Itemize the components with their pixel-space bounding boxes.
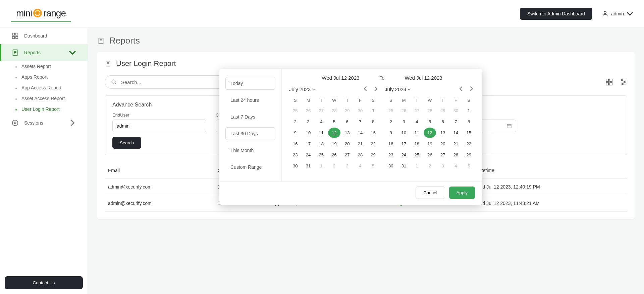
calendar-day[interactable]: 8 xyxy=(367,117,379,127)
calendar-day[interactable]: 7 xyxy=(450,117,462,127)
calendar-day[interactable]: 25 xyxy=(289,105,302,116)
calendar-day[interactable]: 1 xyxy=(315,161,327,171)
calendar-day[interactable]: 23 xyxy=(385,150,397,160)
calendar-day[interactable]: 12 xyxy=(328,128,340,138)
calendar-day[interactable]: 29 xyxy=(437,105,449,116)
enduser-input[interactable] xyxy=(117,123,202,129)
calendar-day[interactable]: 3 xyxy=(437,161,449,171)
calendar-day[interactable]: 15 xyxy=(367,128,379,138)
calendar-day[interactable]: 29 xyxy=(463,150,475,160)
calendar-day[interactable]: 23 xyxy=(289,150,302,160)
preset-custom-range[interactable]: Custom Range xyxy=(225,161,275,173)
calendar-day[interactable]: 7 xyxy=(354,117,367,127)
calendar-day[interactable]: 4 xyxy=(315,117,327,127)
prev-month-button[interactable] xyxy=(458,85,466,94)
calendar-day[interactable]: 3 xyxy=(398,117,410,127)
calendar-day[interactable]: 31 xyxy=(302,161,315,171)
sidebar-sub-user-login-report[interactable]: User Login Report xyxy=(0,104,88,115)
sidebar-item-sessions[interactable]: Sessions xyxy=(0,115,88,131)
calendar-day[interactable]: 26 xyxy=(424,150,436,160)
sidebar-sub-assets-report[interactable]: Assets Report xyxy=(0,61,88,72)
calendar-day[interactable]: 21 xyxy=(450,139,462,149)
contact-us-button[interactable]: Contact Us xyxy=(5,276,83,289)
cancel-button[interactable]: Cancel xyxy=(416,187,445,199)
prev-month-button[interactable] xyxy=(362,85,370,94)
preset-last-30-days[interactable]: Last 30 Days xyxy=(225,127,275,140)
calendar-day[interactable]: 28 xyxy=(328,105,340,116)
logo[interactable]: mini range xyxy=(11,5,71,22)
calendar-day[interactable]: 24 xyxy=(302,150,315,160)
calendar-day[interactable]: 4 xyxy=(411,117,423,127)
search-button[interactable]: Search xyxy=(112,137,141,149)
preset-last-7-days[interactable]: Last 7 Days xyxy=(225,111,275,123)
calendar-day[interactable]: 11 xyxy=(411,128,423,138)
calendar-day[interactable]: 6 xyxy=(437,117,449,127)
calendar-day[interactable]: 29 xyxy=(341,105,354,116)
calendar-day[interactable]: 4 xyxy=(450,161,462,171)
calendar-day[interactable]: 30 xyxy=(385,161,397,171)
sidebar-sub-asset-access-report[interactable]: Asset Access Report xyxy=(0,93,88,104)
calendar-day[interactable]: 5 xyxy=(367,161,379,171)
apply-button[interactable]: Apply xyxy=(449,187,475,199)
next-month-button[interactable] xyxy=(371,85,379,94)
calendar-day[interactable]: 3 xyxy=(341,161,354,171)
calendar-day[interactable]: 18 xyxy=(315,139,327,149)
switch-dashboard-button[interactable]: Switch to Admin Dashboard xyxy=(520,8,592,20)
sidebar-sub-app-access-report[interactable]: App Access Report xyxy=(0,82,88,93)
sidebar-item-dashboard[interactable]: Dashboard xyxy=(0,27,88,44)
next-month-button[interactable] xyxy=(467,85,475,94)
calendar-day[interactable]: 20 xyxy=(341,139,354,149)
calendar-day[interactable]: 30 xyxy=(354,105,367,116)
calendar-day[interactable]: 28 xyxy=(354,150,367,160)
calendar-day[interactable]: 31 xyxy=(398,161,410,171)
calendar-day[interactable]: 27 xyxy=(437,150,449,160)
calendar-day[interactable]: 12 xyxy=(424,128,436,138)
calendar-day[interactable]: 17 xyxy=(398,139,410,149)
calendar-day[interactable]: 15 xyxy=(463,128,475,138)
calendar-day[interactable]: 25 xyxy=(315,150,327,160)
month-year-from[interactable]: July 2023 xyxy=(289,86,315,92)
calendar-day[interactable]: 30 xyxy=(450,105,462,116)
calendar-day[interactable]: 13 xyxy=(341,128,354,138)
calendar-day[interactable]: 22 xyxy=(463,139,475,149)
calendar-day[interactable]: 26 xyxy=(398,105,410,116)
calendar-day[interactable]: 2 xyxy=(424,161,436,171)
calendar-day[interactable]: 8 xyxy=(463,117,475,127)
grid-view-icon[interactable] xyxy=(605,78,613,86)
calendar-day[interactable]: 26 xyxy=(302,105,315,116)
calendar-day[interactable]: 14 xyxy=(354,128,367,138)
settings-icon[interactable] xyxy=(619,78,627,86)
calendar-day[interactable]: 9 xyxy=(289,128,302,138)
calendar-day[interactable]: 27 xyxy=(341,150,354,160)
calendar-day[interactable]: 17 xyxy=(302,139,315,149)
calendar-day[interactable]: 28 xyxy=(424,105,436,116)
calendar-day[interactable]: 25 xyxy=(385,105,397,116)
calendar-day[interactable]: 9 xyxy=(385,128,397,138)
calendar-day[interactable]: 18 xyxy=(411,139,423,149)
calendar-day[interactable]: 2 xyxy=(385,117,397,127)
calendar-day[interactable]: 1 xyxy=(367,105,379,116)
calendar-day[interactable]: 25 xyxy=(411,150,423,160)
calendar-day[interactable]: 30 xyxy=(289,161,302,171)
calendar-day[interactable]: 19 xyxy=(424,139,436,149)
calendar-day[interactable]: 19 xyxy=(328,139,340,149)
calendar-day[interactable]: 27 xyxy=(315,105,327,116)
search-input[interactable] xyxy=(121,79,232,85)
preset-last-24-hours[interactable]: Last 24 hours xyxy=(225,94,275,106)
calendar-day[interactable]: 20 xyxy=(437,139,449,149)
calendar-day[interactable]: 5 xyxy=(424,117,436,127)
calendar-day[interactable]: 10 xyxy=(398,128,410,138)
calendar-day[interactable]: 5 xyxy=(463,161,475,171)
calendar-day[interactable]: 26 xyxy=(328,150,340,160)
calendar-day[interactable]: 10 xyxy=(302,128,315,138)
calendar-day[interactable]: 29 xyxy=(367,150,379,160)
user-menu[interactable]: admin xyxy=(602,10,633,17)
calendar-day[interactable]: 5 xyxy=(328,117,340,127)
calendar-day[interactable]: 2 xyxy=(289,117,302,127)
calendar-day[interactable]: 2 xyxy=(328,161,340,171)
month-year-to[interactable]: July 2023 xyxy=(385,86,411,92)
calendar-day[interactable]: 13 xyxy=(437,128,449,138)
calendar-day[interactable]: 16 xyxy=(289,139,302,149)
calendar-day[interactable]: 16 xyxy=(385,139,397,149)
calendar-day[interactable]: 21 xyxy=(354,139,367,149)
